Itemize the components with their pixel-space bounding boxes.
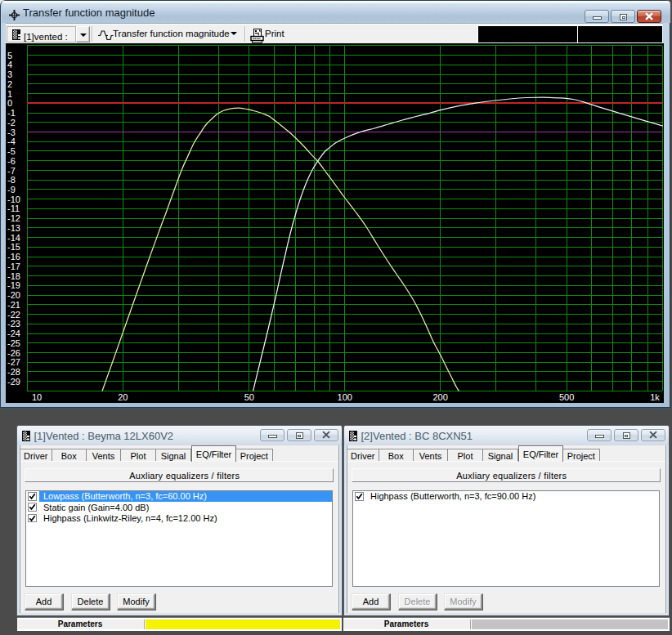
svg-text:-25: -25	[7, 338, 20, 348]
svg-text:0: 0	[7, 98, 12, 108]
svg-text:-13: -13	[7, 223, 20, 233]
svg-text:-5: -5	[7, 146, 16, 156]
svg-text:-1: -1	[7, 108, 16, 118]
svg-text:-12: -12	[7, 213, 20, 223]
svg-text:-27: -27	[7, 357, 20, 367]
svg-text:-9: -9	[7, 185, 16, 195]
svg-text:-14: -14	[7, 233, 20, 243]
svg-text:-28: -28	[7, 367, 20, 377]
svg-text:-7: -7	[7, 166, 16, 176]
svg-text:-3: -3	[7, 127, 16, 137]
svg-text:2: 2	[7, 79, 12, 89]
svg-text:-17: -17	[7, 262, 20, 271]
svg-text:-22: -22	[7, 310, 20, 320]
svg-text:1: 1	[7, 89, 12, 99]
svg-text:100: 100	[338, 392, 352, 402]
svg-text:-15: -15	[7, 242, 20, 252]
svg-text:1k: 1k	[650, 392, 660, 402]
svg-text:-18: -18	[7, 271, 20, 281]
svg-text:-26: -26	[7, 348, 20, 358]
svg-text:-2: -2	[7, 118, 16, 127]
svg-text:200: 200	[432, 392, 447, 402]
svg-text:500: 500	[559, 392, 574, 402]
svg-text:-29: -29	[7, 377, 20, 387]
svg-text:10: 10	[32, 392, 42, 402]
svg-text:4: 4	[7, 60, 12, 69]
svg-text:-23: -23	[7, 319, 20, 329]
svg-text:-21: -21	[7, 300, 20, 310]
svg-text:-10: -10	[7, 195, 20, 204]
svg-text:3: 3	[7, 69, 12, 79]
svg-text:5: 5	[7, 51, 12, 60]
svg-text:-19: -19	[7, 280, 20, 290]
svg-text:20: 20	[118, 392, 128, 402]
svg-text:50: 50	[244, 392, 254, 402]
svg-text:-8: -8	[7, 175, 16, 185]
svg-text:-24: -24	[7, 329, 20, 338]
svg-text:-11: -11	[7, 203, 20, 213]
svg-text:-6: -6	[7, 156, 16, 166]
svg-text:-16: -16	[7, 252, 20, 262]
svg-text:-4: -4	[7, 136, 16, 146]
svg-text:-20: -20	[7, 290, 20, 300]
